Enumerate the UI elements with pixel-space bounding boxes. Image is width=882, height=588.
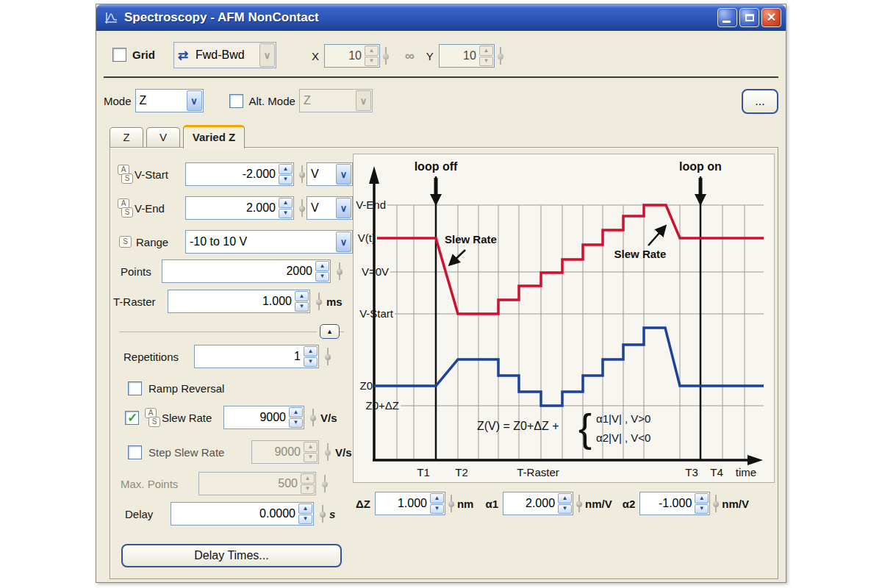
v-end-unit-combobox[interactable]: V ∨: [306, 196, 353, 220]
y-spin-down-icon[interactable]: ▼: [479, 57, 493, 67]
repetitions-drag-handle[interactable]: [324, 347, 331, 366]
more-options-button[interactable]: ...: [742, 89, 778, 114]
alt-mode-checkbox[interactable]: [229, 94, 243, 108]
step-slew-rate-checkbox[interactable]: [128, 445, 142, 459]
spin-up-icon[interactable]: ▲: [279, 164, 293, 174]
set-button[interactable]: S: [121, 207, 133, 218]
v-start-auto-set-buttons[interactable]: A S: [118, 165, 133, 184]
v-start-drag-handle[interactable]: [298, 165, 306, 184]
slew-rate-unit: V/s: [320, 412, 337, 424]
tab-v[interactable]: V: [146, 127, 180, 148]
repetitions-input[interactable]: 1 ▲▼: [194, 345, 319, 368]
axes: [369, 166, 763, 465]
spin-down-icon[interactable]: ▼: [289, 418, 303, 429]
spin-down-icon: ▼: [304, 453, 318, 463]
repetitions-label: Repetitions: [123, 351, 179, 363]
delay-drag-handle[interactable]: [319, 504, 326, 523]
x-label-t-raster: T-Raster: [517, 466, 559, 478]
minimize-icon: [723, 21, 731, 23]
set-button[interactable]: S: [148, 417, 160, 427]
delay-row: Delay 0.0000 ▲▼ s: [125, 501, 153, 527]
titlebar[interactable]: Spectroscopy - AFM NonContact ✕: [96, 4, 786, 31]
a2-drag-handle[interactable]: [712, 494, 720, 513]
spin-up-icon[interactable]: ▲: [304, 346, 318, 356]
delay-input[interactable]: 0.0000 ▲▼: [171, 502, 314, 526]
chevron-down-icon[interactable]: ∨: [187, 90, 202, 111]
link-xy-icon: ∞: [405, 49, 415, 64]
chevron-down-icon[interactable]: ∨: [259, 43, 275, 67]
v-end-drag-handle[interactable]: [298, 198, 306, 218]
v-end-auto-set-buttons[interactable]: A S: [118, 198, 133, 218]
maximize-button[interactable]: [739, 8, 759, 27]
slew-rate-drag-handle[interactable]: [309, 408, 317, 427]
mode-combobox[interactable]: Z ∨: [135, 89, 204, 112]
range-combobox[interactable]: -10 to 10 V ∨: [185, 230, 353, 254]
y-drag-handle[interactable]: [497, 46, 504, 65]
x-spin-up-icon[interactable]: ▲: [365, 46, 379, 56]
v-start-unit-combobox[interactable]: V ∨: [306, 162, 353, 186]
set-button[interactable]: S: [119, 236, 132, 248]
delay-times-button[interactable]: Delay Times...: [121, 544, 342, 567]
slew-rate-annotation-2: Slew Rate: [614, 226, 667, 260]
y-input[interactable]: 10 ▲▼: [439, 44, 495, 68]
spin-down-icon[interactable]: ▼: [298, 514, 312, 525]
v-end-input[interactable]: 2.000 ▲▼: [185, 196, 294, 220]
spin-up-icon[interactable]: ▲: [298, 503, 312, 514]
spin-up-icon[interactable]: ▲: [695, 493, 709, 503]
slew-rate-input[interactable]: 9000 ▲▼: [223, 406, 304, 429]
close-button[interactable]: ✕: [761, 8, 781, 27]
spin-down-icon: ▼: [301, 484, 315, 495]
spin-down-icon[interactable]: ▼: [430, 504, 444, 514]
range-label: Range: [136, 236, 168, 248]
spin-down-icon[interactable]: ▼: [304, 357, 318, 368]
tab-varied-z[interactable]: Varied Z: [183, 125, 245, 148]
grid-toolbar-row: Grid: [112, 41, 155, 68]
t-raster-drag-handle[interactable]: [315, 292, 323, 311]
dz-input[interactable]: 1.000 ▲▼: [375, 492, 445, 515]
grid-checkbox[interactable]: [112, 48, 126, 62]
chevron-down-icon[interactable]: ∨: [336, 198, 351, 218]
spin-down-icon[interactable]: ▼: [279, 175, 293, 185]
spin-up-icon[interactable]: ▲: [558, 493, 572, 503]
x-input[interactable]: 10 ▲▼: [324, 44, 380, 68]
spin-up-icon[interactable]: ▲: [295, 291, 309, 301]
toolbar-separator: [104, 76, 778, 78]
collapse-button[interactable]: ▲: [320, 324, 340, 339]
a1-drag-handle[interactable]: [576, 494, 583, 513]
spin-up-icon[interactable]: ▲: [315, 261, 329, 271]
spin-up-icon[interactable]: ▲: [430, 493, 444, 503]
spin-up-icon[interactable]: ▲: [289, 407, 303, 417]
chevron-down-icon[interactable]: ∨: [336, 164, 351, 184]
a1-input[interactable]: 2.000 ▲▼: [503, 492, 573, 515]
max-points-label: Max. Points: [121, 478, 178, 490]
y-spin-up-icon[interactable]: ▲: [479, 46, 493, 56]
x-spin-down-icon[interactable]: ▼: [365, 57, 379, 67]
v-start-input[interactable]: -2.000 ▲▼: [185, 162, 294, 186]
minimize-button[interactable]: [717, 8, 737, 27]
slew-rate-checkbox[interactable]: [125, 411, 139, 425]
tab-z[interactable]: Z: [110, 127, 143, 148]
ramp-reversal-label: Ramp Reversal: [148, 382, 224, 395]
a2-input[interactable]: -1.000 ▲▼: [639, 492, 710, 515]
direction-combobox[interactable]: ⇄ Fwd-Bwd ∨: [173, 42, 276, 68]
spin-up-icon[interactable]: ▲: [279, 198, 293, 208]
spin-down-icon[interactable]: ▼: [695, 504, 709, 514]
points-drag-handle[interactable]: [336, 262, 343, 281]
spin-down-icon[interactable]: ▼: [315, 272, 329, 282]
x-drag-handle[interactable]: [382, 46, 390, 65]
y-label: Y: [426, 50, 434, 62]
spin-down-icon[interactable]: ▼: [558, 504, 572, 514]
slew-rate-auto-set-buttons[interactable]: A S: [145, 408, 160, 427]
ramp-reversal-checkbox[interactable]: [128, 381, 142, 395]
t-raster-input[interactable]: 1.000 ▲▼: [168, 290, 310, 313]
points-input[interactable]: 2000 ▲▼: [162, 259, 331, 283]
dz-drag-handle[interactable]: [448, 494, 455, 513]
chevron-down-icon[interactable]: ∨: [336, 232, 351, 252]
spin-down-icon[interactable]: ▼: [295, 302, 309, 312]
spectroscopy-diagram: loop off loop on V-End V(t): [354, 154, 774, 482]
dz-unit: nm: [457, 498, 474, 510]
spin-down-icon[interactable]: ▼: [279, 209, 293, 219]
swap-arrows-icon: ⇄: [174, 43, 192, 68]
set-button[interactable]: S: [121, 173, 133, 184]
spectroscopy-diagram-panel: loop off loop on V-End V(t): [353, 154, 775, 483]
